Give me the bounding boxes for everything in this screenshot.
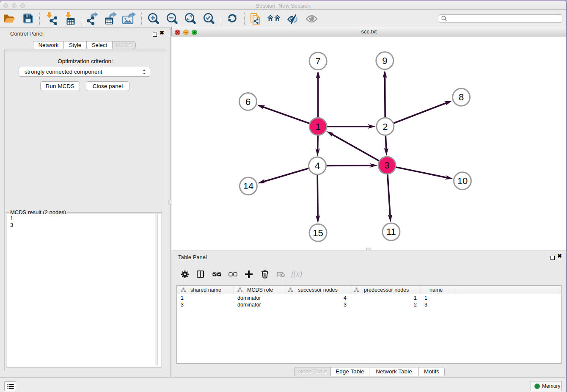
svg-text:2: 2: [383, 121, 388, 132]
svg-text:8: 8: [459, 92, 464, 102]
svg-text:14: 14: [243, 181, 253, 191]
svg-text:3: 3: [384, 160, 389, 171]
svg-text:10: 10: [457, 176, 468, 186]
svg-text:15: 15: [313, 228, 323, 238]
svg-text:1: 1: [315, 121, 320, 132]
svg-text:6: 6: [245, 97, 250, 107]
svg-text:9: 9: [382, 55, 387, 66]
svg-text:11: 11: [386, 226, 396, 237]
svg-text:7: 7: [315, 56, 320, 66]
svg-text:4: 4: [315, 160, 320, 171]
